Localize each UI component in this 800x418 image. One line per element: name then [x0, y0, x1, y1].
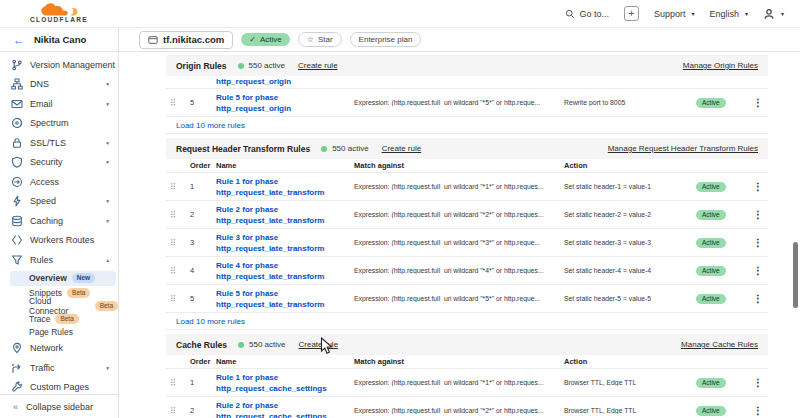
top-nav: CLOUDFLARE Go to... + Support ▾ English … [0, 0, 800, 28]
sidebar-item-network[interactable]: Network [0, 339, 118, 359]
rule-order: 5 [190, 294, 216, 303]
domain-selector[interactable]: tf.nikitac.com [139, 31, 233, 49]
status-badge: Active [696, 210, 726, 220]
sidebar-item-label: Security [30, 157, 100, 167]
column-header-order: Order [190, 161, 216, 170]
drag-handle-icon[interactable]: ⠿ [166, 266, 190, 276]
rule-name-link[interactable]: Rule 1 for phasehttp_request_cache_setti… [216, 372, 354, 394]
vertical-scrollbar[interactable] [793, 242, 798, 308]
sidebar-item-custom-pages[interactable]: Custom Pages [0, 378, 118, 395]
sidebar-item-traffic[interactable]: Traffic▾ [0, 358, 118, 378]
sidebar-item-workers-routes[interactable]: Workers Routes [0, 231, 118, 251]
kebab-menu-icon[interactable]: ⋮ [753, 405, 763, 416]
drag-handle-icon[interactable]: ⠿ [166, 98, 190, 108]
kebab-menu-icon[interactable]: ⋮ [753, 237, 763, 248]
support-menu[interactable]: Support ▾ [654, 9, 695, 19]
section-origin-rules: Origin Rules550 activeCreate ruleManage … [166, 55, 768, 134]
sidebar-item-version-management[interactable]: Version Management [0, 55, 118, 75]
sidebar-item-ssl-tls[interactable]: SSL/TLS▾ [0, 133, 118, 153]
drag-handle-icon[interactable]: ⠿ [166, 378, 190, 388]
create-rule-link[interactable]: Create rule [382, 144, 422, 153]
rule-action: Browser TTL, Edge TTL [564, 407, 696, 414]
kebab-menu-icon[interactable]: ⋮ [753, 97, 763, 108]
network-nodes-icon [11, 78, 24, 90]
sidebar-item-dns[interactable]: DNS▾ [0, 75, 118, 95]
column-header-match-against: Match against [354, 161, 564, 170]
sidebar-item-spectrum[interactable]: Spectrum [0, 114, 118, 134]
rule-name-link[interactable]: Rule 5 for phasehttp_request_late_transf… [216, 288, 354, 310]
drag-handle-icon[interactable]: ⠿ [166, 406, 190, 416]
rule-order: 1 [190, 378, 216, 387]
sidebar-subitem-page-rules[interactable]: Page Rules [0, 326, 118, 339]
sidebar-item-email[interactable]: Email▾ [0, 94, 118, 114]
table-row: ⠿1Rule 1 for phasehttp_request_late_tran… [166, 173, 768, 201]
rule-order: 4 [190, 266, 216, 275]
column-header-name: Name [216, 161, 354, 170]
chevron-up-icon: ▴ [106, 257, 109, 263]
sidebar-item-speed[interactable]: Speed▾ [0, 192, 118, 212]
back-arrow-icon[interactable]: ← [13, 34, 25, 46]
sidebar-item-access[interactable]: Access [0, 172, 118, 192]
load-more-row: Load 10 more rules [166, 313, 768, 330]
drag-handle-icon[interactable]: ⠿ [166, 182, 190, 192]
cloudflare-logo[interactable]: CLOUDFLARE [30, 3, 88, 24]
rule-name-line1: Rule 3 for phase [216, 232, 354, 243]
kebab-menu-icon[interactable]: ⋮ [753, 293, 763, 304]
domain-name: tf.nikitac.com [163, 34, 224, 45]
status-dot-icon [321, 146, 327, 152]
load-more-link[interactable]: Load 10 more rules [176, 317, 245, 326]
manage-rules-link[interactable]: Manage Cache Rules [681, 340, 758, 349]
rule-name-line2: http_request_late_transform [216, 187, 354, 198]
sidebar-item-caching[interactable]: Caching▾ [0, 211, 118, 231]
star-button[interactable]: ☆ Star [298, 32, 342, 47]
sidebar-item-security[interactable]: Security▾ [0, 153, 118, 173]
rule-name-link[interactable]: Rule 2 for phasehttp_request_cache_setti… [216, 400, 354, 418]
global-search[interactable]: Go to... [565, 9, 609, 19]
rule-match-expression: Expression: (http.request.full_uri wildc… [354, 407, 564, 414]
rule-name-link[interactable]: Rule 2 for phasehttp_request_late_transf… [216, 204, 354, 226]
rule-action: Set static header-5 = value-5 [564, 295, 696, 302]
rule-name-link[interactable]: Rule 4 for phasehttp_request_late_transf… [216, 260, 354, 282]
sidebar-subitem-cloud-connector[interactable]: Cloud ConnectorBeta [0, 300, 118, 313]
manage-rules-link[interactable]: Manage Origin Rules [683, 61, 758, 70]
collapse-icon: « [13, 402, 18, 412]
table-row: ⠿2Rule 2 for phasehttp_request_late_tran… [166, 201, 768, 229]
chevron-down-icon: ▾ [106, 140, 109, 146]
rule-name-link[interactable]: Rule 1 for phasehttp_request_late_transf… [216, 176, 354, 198]
user-icon [763, 8, 775, 20]
account-name: Nikita Cano [34, 34, 86, 45]
rule-order: 3 [190, 238, 216, 247]
add-button[interactable]: + [624, 6, 639, 21]
collapse-sidebar-button[interactable]: « Collapse sidebar [0, 394, 118, 418]
padlock-icon [11, 137, 24, 149]
rule-name-link[interactable]: Rule 5 for phasehttp_request_origin [216, 92, 354, 114]
language-menu[interactable]: English ▾ [709, 9, 748, 19]
table-row: ⠿2Rule 2 for phasehttp_request_cache_set… [166, 397, 768, 418]
create-rule-link[interactable]: Create rule [298, 61, 338, 70]
drag-handle-icon[interactable]: ⠿ [166, 210, 190, 220]
manage-rules-link[interactable]: Manage Request Header Transform Rules [608, 144, 758, 153]
rule-name-link[interactable]: Rule 3 for phasehttp_request_late_transf… [216, 232, 354, 254]
wrench-icon [11, 381, 24, 393]
rule-name-link[interactable]: http_request_origin [216, 76, 354, 88]
drag-handle-icon[interactable]: ⠿ [166, 294, 190, 304]
browser-window-icon [148, 35, 158, 45]
kebab-menu-icon[interactable]: ⋮ [753, 181, 763, 192]
table-row: ⠿5Rule 5 for phasehttp_request_originExp… [166, 89, 768, 117]
drag-handle-icon[interactable]: ⠿ [166, 238, 190, 248]
account-menu[interactable]: ▾ [763, 8, 784, 20]
load-more-link[interactable]: Load 10 more rules [176, 121, 245, 130]
sidebar-item-rules[interactable]: Rules▴ [0, 250, 118, 270]
table-row: ⠿3Rule 3 for phasehttp_request_late_tran… [166, 229, 768, 257]
active-count: 550 active [332, 144, 368, 153]
sidebar-subitem-trace[interactable]: TraceBeta [0, 313, 118, 326]
sidebar-subitem-overview[interactable]: OverviewNew [10, 271, 116, 286]
create-rule-link[interactable]: Create rule [299, 340, 339, 349]
search-label: Go to... [579, 9, 609, 19]
status-dot-icon [238, 63, 244, 69]
kebab-menu-icon[interactable]: ⋮ [753, 209, 763, 220]
kebab-menu-icon[interactable]: ⋮ [753, 377, 763, 388]
shield-icon [11, 156, 24, 168]
site-header: ← Nikita Cano tf.nikitac.com ✓ Active ☆ … [0, 28, 800, 52]
kebab-menu-icon[interactable]: ⋮ [753, 265, 763, 276]
